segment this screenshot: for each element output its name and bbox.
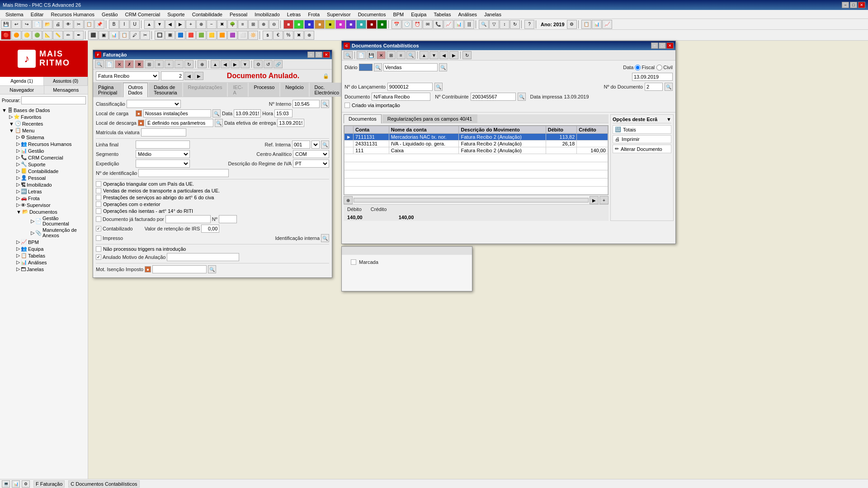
ref-interna-select[interactable]: ▼ (311, 141, 320, 149)
tb-extra1[interactable]: 📋 (581, 20, 591, 29)
tb2-8[interactable]: ✒ (74, 31, 84, 40)
tree-item-contab[interactable]: ▷ 📒 Contabilidade (15, 168, 87, 174)
tb-green[interactable]: ■ (294, 20, 304, 29)
tb2-28[interactable]: ✖ (294, 31, 304, 40)
contab-min[interactable]: − (651, 42, 658, 49)
tb-alarm[interactable]: ⏰ (412, 20, 422, 29)
cont-search[interactable]: 🔍 (344, 51, 353, 59)
tb-zoom[interactable]: ⊕ (259, 20, 269, 29)
doc-facturado-input[interactable] (165, 215, 211, 223)
tb-teal[interactable]: ■ (356, 20, 366, 29)
opt-alterar[interactable]: ✏ Alterar Documento (613, 145, 671, 153)
cb-nao-processou[interactable] (96, 246, 101, 252)
tb-paste[interactable]: 📌 (94, 20, 104, 29)
cont-grid[interactable]: ⊞ (387, 51, 396, 59)
tab-pagina-principal[interactable]: Página Principal (93, 83, 122, 97)
tb-extra2[interactable]: 📊 (592, 20, 602, 29)
diario-input[interactable] (383, 63, 438, 71)
fat-del1[interactable]: ✕ (115, 60, 124, 68)
tb2-20[interactable]: 🟨 (207, 31, 217, 40)
cb-vendas-meios[interactable] (96, 188, 101, 193)
tb2-29[interactable]: ⊕ (304, 31, 314, 40)
fat-nav-prev[interactable]: ◀ (221, 60, 230, 68)
matricula-input[interactable] (141, 128, 186, 136)
fat-del2[interactable]: ✗ (125, 60, 134, 68)
cb-criado-importacao[interactable] (344, 103, 350, 108)
data-input[interactable] (234, 109, 261, 117)
table-refresh-btn[interactable]: + (599, 196, 609, 204)
menu-gestao[interactable]: Gestão (98, 11, 121, 18)
cb-triangular[interactable] (96, 181, 101, 187)
tb-print[interactable]: 🖨 (53, 20, 63, 29)
search-input[interactable] (21, 96, 86, 104)
tb-arrow-dn[interactable]: ▼ (155, 20, 165, 29)
tb2-12[interactable]: 📋 (119, 31, 129, 40)
nr-documento-input[interactable] (645, 83, 663, 91)
local-descarga-icon[interactable]: ■ (138, 120, 144, 126)
tb2-27[interactable]: % (283, 31, 293, 40)
menu-supervisor[interactable]: Supervisor (323, 11, 354, 18)
faturacao-max[interactable]: □ (315, 52, 322, 58)
segmento-select[interactable]: Médio (136, 150, 190, 158)
tree-item-manutencao[interactable]: ▷ 📎 Manutenção de Anexos (30, 227, 87, 239)
tree-item-tabelas[interactable]: ▷ 📋 Tabelas (15, 252, 87, 259)
tb-list[interactable]: ≡ (238, 20, 248, 29)
tree-item-equipa[interactable]: ▷ 👥 Equipa (15, 245, 87, 252)
tb2-9[interactable]: ⬛ (88, 31, 98, 40)
tb-copy[interactable]: 📋 (84, 20, 94, 29)
menu-suporte[interactable]: Suporte (164, 11, 189, 18)
fat-refresh2[interactable]: ↺ (264, 60, 273, 68)
menu-janelas[interactable]: Janelas (481, 11, 505, 18)
tb-left[interactable]: ◀ (165, 20, 175, 29)
fat-zoom[interactable]: ⊕ (198, 60, 207, 68)
tb2-17[interactable]: 🟦 (175, 31, 185, 40)
tab-agenda[interactable]: Agenda (1) (0, 77, 44, 85)
tb2-7[interactable]: ✏ (63, 31, 73, 40)
tree-item-basesdados[interactable]: ▼ 🗄 Bases de Dados (1, 107, 87, 113)
tb-clock[interactable]: 🕐 (402, 20, 412, 29)
tb2-15[interactable]: 🔲 (155, 31, 165, 40)
tb2-23[interactable]: ⬜ (238, 31, 248, 40)
opt-totais[interactable]: 🔢 Totais (613, 125, 671, 134)
diario-search1[interactable]: 🔍 (374, 63, 382, 71)
tb-chart[interactable]: 📈 (443, 20, 453, 29)
nr-identificacao-input[interactable] (138, 169, 229, 177)
nr-interno-search[interactable]: 🔍 (321, 100, 329, 108)
nr-contribuinte-input[interactable] (471, 93, 516, 101)
faturacao-close[interactable]: ✕ (323, 52, 330, 58)
tb2-13[interactable]: 🖊 (130, 31, 140, 40)
identificacao-interna-search[interactable]: 🔍 (321, 234, 329, 242)
tb-pink[interactable]: ■ (335, 20, 345, 29)
opt-imprimir[interactable]: 🖨 Imprimir (613, 135, 671, 143)
centro-analitico-select[interactable]: COM (293, 150, 329, 158)
cont-list[interactable]: ≡ (396, 51, 406, 59)
cb-prestacoes[interactable] (96, 195, 101, 200)
data-efetiva-input[interactable] (277, 119, 304, 127)
tb2-16[interactable]: 🔳 (165, 31, 175, 40)
local-carga-search[interactable]: 🔍 (212, 109, 221, 117)
menu-sistema[interactable]: Sistema (2, 11, 27, 18)
doc-nav-next[interactable]: ▶ (194, 72, 203, 80)
cont-add[interactable]: 🔍 (406, 51, 415, 59)
tb-del[interactable]: ✖ (217, 20, 227, 29)
tree-item-bpm[interactable]: ▷ 📈 BPM (15, 239, 87, 245)
tree-item-imobilizado[interactable]: ▷ 🏗 Imobilizado (15, 181, 87, 188)
ref-interna-search[interactable]: 🔍 (321, 141, 329, 149)
tb2-14[interactable]: ✂ (140, 31, 150, 40)
tb-grid[interactable]: ⊞ (248, 20, 258, 29)
fat-settings[interactable]: ⚙ (254, 60, 263, 68)
tab-assuntos[interactable]: Assuntos (0) (44, 77, 88, 85)
tree-item-pessoal[interactable]: ▷ 👤 Pessoal (15, 174, 87, 181)
tab-ieca[interactable]: IEC-A (228, 83, 248, 97)
expedicao-select[interactable] (136, 160, 190, 168)
tab-regularizacoes[interactable]: Regularizações (183, 83, 227, 97)
tb-yellow[interactable]: ■ (325, 20, 335, 29)
menu-editar[interactable]: Editar (27, 11, 47, 18)
tb2-2[interactable]: 🟠 (11, 31, 21, 40)
tb2-18[interactable]: 🟥 (186, 31, 196, 40)
cont-nav-next[interactable]: ▶ (449, 51, 458, 59)
diario-search2[interactable]: 🔍 (439, 63, 447, 71)
tb2-5[interactable]: 📐 (42, 31, 52, 40)
cb-marcada[interactable] (351, 259, 356, 265)
table-row-empty-1[interactable] (344, 154, 608, 162)
